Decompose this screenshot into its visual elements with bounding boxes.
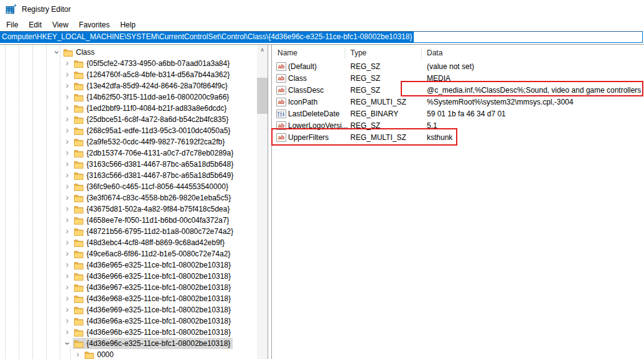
column-separator[interactable] <box>345 47 345 58</box>
tree-item-label: {13e42dfa-85d9-424d-8646-28a70f864f9c} <box>86 82 228 90</box>
chevron-right-icon[interactable]: › <box>63 170 72 180</box>
tree-item[interactable]: › {4d36e969-e325-11ce-bfc1-08002be10318} <box>0 304 256 315</box>
tree-item[interactable]: › {36fc9e60-c465-11cf-8056-444553540000} <box>0 181 256 192</box>
chevron-right-icon[interactable]: › <box>63 249 72 259</box>
tree-item[interactable]: › {48d3ebc4-4cf8-48ff-b869-9c68ad42eb9f} <box>0 237 256 248</box>
registry-value-row[interactable]: ab IconPath REG_MULTI_SZ %SystemRoot%\sy… <box>272 96 644 108</box>
tree-item[interactable]: › {14b62f50-3f15-11dd-ae16-0800200c9a66} <box>0 91 256 103</box>
chevron-right-icon[interactable]: › <box>63 238 72 248</box>
tree-item[interactable]: › {4d36e967-e325-11ce-bfc1-08002be10318} <box>0 282 256 293</box>
tree-item[interactable]: › {2a9fe532-0cdc-44f9-9827-76192f2ca2fb} <box>0 136 256 147</box>
chevron-right-icon[interactable]: › <box>63 92 72 102</box>
tree-item-label: {4d36e968-e325-11ce-bfc1-08002be10318} <box>86 294 231 303</box>
chevron-right-icon[interactable]: › <box>63 114 72 124</box>
registry-value-row[interactable]: ab (Default) REG_SZ (value not set) <box>272 61 644 73</box>
folder-icon <box>63 49 73 57</box>
chevron-right-icon[interactable]: › <box>63 58 72 68</box>
chevron-down-icon[interactable]: › <box>52 48 62 57</box>
tree-item[interactable]: › {4d36e968-e325-11ce-bfc1-08002be10318} <box>0 293 256 304</box>
tree-item[interactable]: › {3e3f0674-c83c-4558-bb26-9820e1eba5c5} <box>0 192 256 203</box>
scroll-up-button[interactable]: ∧ <box>257 45 268 55</box>
menu-file[interactable]: File <box>5 20 19 30</box>
tree-item[interactable]: › {4d36e96b-e325-11ce-bfc1-08002be10318} <box>0 327 256 338</box>
column-separator[interactable] <box>421 47 422 58</box>
chevron-right-icon[interactable]: › <box>63 271 72 281</box>
tree-item[interactable]: › {43675d81-502a-4a82-9f84-b75f418c5dea} <box>0 203 256 215</box>
tree-item[interactable]: › {25dbce51-6c8f-4a72-8a6d-b54c2b4fc835} <box>0 114 256 125</box>
tree-item[interactable]: › {4658ee7e-f050-11d1-b6bd-00c04fa372a7} <box>0 215 256 226</box>
tree-item[interactable]: › {4d36e96a-e325-11ce-bfc1-08002be10318} <box>0 315 256 327</box>
tree-item[interactable]: › {4d36e96c-e325-11ce-bfc1-08002be10318} <box>0 338 256 349</box>
tree-item[interactable]: › {4d36e966-e325-11ce-bfc1-08002be10318} <box>0 271 256 282</box>
tree-item[interactable]: › {3163c566-d381-4467-87bc-a65a18d5b648} <box>0 159 256 170</box>
folder-icon <box>74 161 83 169</box>
chevron-right-icon[interactable]: › <box>63 294 72 304</box>
chevron-right-icon[interactable]: › <box>63 159 72 169</box>
chevron-right-icon[interactable]: › <box>63 103 72 113</box>
tree-item-label: {14b62f50-3f15-11dd-ae16-0800200c9a66} <box>86 93 229 101</box>
tree-item[interactable]: › {2db15374-706e-4131-a0c7-d7c78eb0289a} <box>0 147 256 159</box>
chevron-right-icon[interactable]: › <box>63 70 72 80</box>
value-type: REG_SZ <box>350 73 380 85</box>
chevron-right-icon[interactable]: › <box>63 204 72 214</box>
chevron-right-icon[interactable]: › <box>63 193 72 203</box>
tree-item[interactable]: › {1ed2bbf9-11f0-4084-b21f-ad83a8e6dcdc} <box>0 103 256 114</box>
tree-item[interactable]: › {3163c566-d381-4467-87bc-a65a18d5b649} <box>0 170 256 181</box>
scrollbar-thumb[interactable] <box>257 78 268 114</box>
folder-icon <box>74 273 83 281</box>
value-type: REG_SZ <box>350 61 380 73</box>
tree-item[interactable]: › Class <box>0 47 256 58</box>
folder-icon <box>74 93 83 101</box>
tree-item[interactable]: › {4d36e965-e325-11ce-bfc1-08002be10318} <box>0 259 256 271</box>
tree-item-label: {4658ee7e-f050-11d1-b6bd-00c04fa372a7} <box>86 216 229 225</box>
menu-edit[interactable]: Edit <box>27 20 43 30</box>
tree-vertical-scrollbar[interactable]: ∧ <box>257 45 268 359</box>
chevron-right-icon[interactable]: › <box>63 327 72 337</box>
binary-value-icon: 011 110 <box>276 110 286 118</box>
tree-item[interactable]: › {48721b56-6795-11d2-b1a8-0080c72e74a2} <box>0 226 256 237</box>
menu-favorites[interactable]: Favorites <box>78 20 111 30</box>
address-bar[interactable]: Computer\HKEY_LOCAL_MACHINE\SYSTEM\Curre… <box>0 31 643 43</box>
chevron-right-icon[interactable]: › <box>63 215 72 225</box>
string-value-icon: ab <box>276 62 286 71</box>
registry-value-row[interactable]: ab UpperFilters REG_MULTI_SZ ksthunk <box>272 132 644 144</box>
chevron-right-icon[interactable]: › <box>63 282 72 292</box>
chevron-right-icon[interactable]: › <box>63 182 72 192</box>
registry-value-row[interactable]: ab ClassDesc REG_SZ @c_media.inf,%ClassD… <box>272 85 644 96</box>
chevron-right-icon[interactable]: › <box>73 350 82 359</box>
tree-item-label: {43675d81-502a-4a82-9f84-b75f418c5dea} <box>86 205 230 213</box>
menu-view[interactable]: View <box>51 20 70 30</box>
column-header-data[interactable]: Data <box>427 45 442 61</box>
registry-value-row[interactable]: ab Class REG_SZ MEDIA <box>272 73 644 85</box>
chevron-right-icon[interactable]: › <box>63 126 72 136</box>
folder-icon <box>74 183 83 191</box>
chevron-right-icon[interactable]: › <box>63 148 72 158</box>
tree-item-label: {268c95a1-edfe-11d3-95c3-0010dc4050a5} <box>86 126 230 135</box>
tree-item[interactable]: › {49ce6ac8-6f86-11d2-b1e5-0080c72e74a2} <box>0 248 256 259</box>
value-data: MEDIA <box>427 73 450 85</box>
tree-pane: › Class › {05f5cfe2-4733-4950-a6bb-07aad… <box>0 45 268 359</box>
registry-value-row[interactable]: 011 110 LastDeleteDate REG_BINARY 59 01 … <box>272 108 644 120</box>
tree-item[interactable]: › {268c95a1-edfe-11d3-95c3-0010dc4050a5} <box>0 125 256 136</box>
tree-item[interactable]: › {13e42dfa-85d9-424d-8646-28a70f864f9c} <box>0 80 256 91</box>
chevron-right-icon[interactable]: › <box>63 305 72 315</box>
registry-value-row[interactable]: ab LowerLogoVersi... REG_SZ 5.1 <box>272 120 644 132</box>
chevron-down-icon[interactable]: › <box>62 339 72 348</box>
tree-item-label: {3163c566-d381-4467-87bc-a65a18d5b648} <box>86 160 233 169</box>
string-value-icon: ab <box>276 133 286 142</box>
chevron-right-icon[interactable]: › <box>63 260 72 270</box>
tree-item[interactable]: › {1264760f-a5c8-4bfe-b314-d56a7b44a362} <box>0 69 256 80</box>
chevron-right-icon[interactable]: › <box>63 137 72 147</box>
tree-item[interactable]: › {05f5cfe2-4733-4950-a6bb-07aad01a3a84} <box>0 58 256 69</box>
column-header-type[interactable]: Type <box>350 45 366 61</box>
value-name: LowerLogoVersi... <box>288 120 348 132</box>
tree-item[interactable]: › 0000 <box>0 349 256 359</box>
tree-item-label: {2db15374-706e-4131-a0c7-d7c78eb0289a} <box>86 149 233 157</box>
chevron-right-icon[interactable]: › <box>63 316 72 326</box>
folder-icon <box>74 261 83 269</box>
chevron-right-icon[interactable]: › <box>63 81 72 91</box>
menu-help[interactable]: Help <box>119 20 137 30</box>
column-header-name[interactable]: Name <box>278 45 297 61</box>
tree-item-label: {1264760f-a5c8-4bfe-b314-d56a7b44a362} <box>86 70 230 79</box>
chevron-right-icon[interactable]: › <box>63 226 72 236</box>
